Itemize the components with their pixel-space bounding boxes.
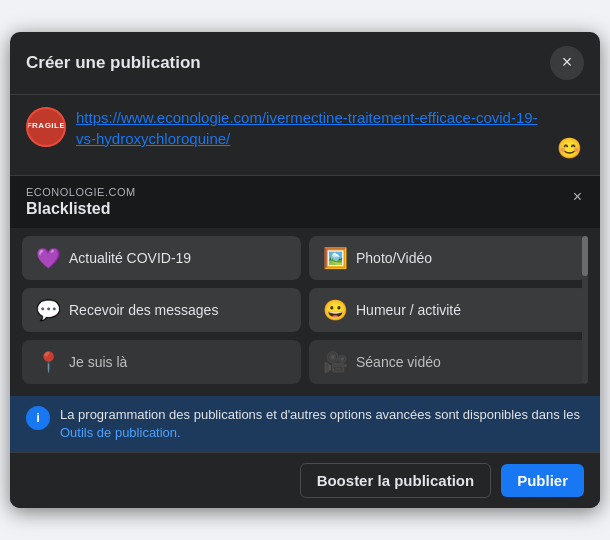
action-messages-label: Recevoir des messages bbox=[69, 302, 218, 318]
seance-icon: 🎥 bbox=[323, 350, 348, 374]
action-covid[interactable]: 💜 Actualité COVID-19 bbox=[22, 236, 301, 280]
action-messages[interactable]: 💬 Recevoir des messages bbox=[22, 288, 301, 332]
avatar: FRAGILE bbox=[26, 107, 66, 147]
actions-section: 💜 Actualité COVID-19 🖼️ Photo/Vidéo 💬 Re… bbox=[10, 228, 600, 392]
covid-icon: 💜 bbox=[36, 246, 61, 270]
close-button[interactable]: × bbox=[550, 46, 584, 80]
publish-button[interactable]: Publier bbox=[501, 464, 584, 497]
action-lieu-label: Je suis là bbox=[69, 354, 127, 370]
info-text: La programmation des publications et d'a… bbox=[60, 406, 584, 442]
preview-close-button[interactable]: × bbox=[571, 186, 584, 208]
action-seance[interactable]: 🎥 Séance vidéo bbox=[309, 340, 588, 384]
link-preview-text: ECONOLOGIE.COM Blacklisted bbox=[26, 186, 136, 218]
modal-footer: Booster la publication Publier bbox=[10, 452, 600, 508]
create-publication-modal: Créer une publication × FRAGILE https://… bbox=[10, 32, 600, 508]
action-lieu[interactable]: 📍 Je suis là bbox=[22, 340, 301, 384]
actions-scroll-container: 💜 Actualité COVID-19 🖼️ Photo/Vidéo 💬 Re… bbox=[22, 236, 588, 384]
post-area: FRAGILE https://www.econologie.com/iverm… bbox=[10, 95, 600, 175]
messages-icon: 💬 bbox=[36, 298, 61, 322]
scrollbar[interactable] bbox=[582, 236, 588, 384]
scrollbar-track bbox=[582, 236, 588, 384]
scrollbar-thumb[interactable] bbox=[582, 236, 588, 276]
modal-header: Créer une publication × bbox=[10, 32, 600, 95]
link-preview-domain: ECONOLOGIE.COM bbox=[26, 186, 136, 198]
action-photo-label: Photo/Vidéo bbox=[356, 250, 432, 266]
humeur-icon: 😀 bbox=[323, 298, 348, 322]
post-url[interactable]: https://www.econologie.com/ivermectine-t… bbox=[76, 107, 544, 149]
photo-icon: 🖼️ bbox=[323, 246, 348, 270]
actions-grid: 💜 Actualité COVID-19 🖼️ Photo/Vidéo 💬 Re… bbox=[22, 236, 588, 384]
info-bar: i La programmation des publications et d… bbox=[10, 396, 600, 452]
boost-button[interactable]: Booster la publication bbox=[300, 463, 492, 498]
action-humeur-label: Humeur / activité bbox=[356, 302, 461, 318]
link-preview: ECONOLOGIE.COM Blacklisted × bbox=[10, 175, 600, 228]
action-covid-label: Actualité COVID-19 bbox=[69, 250, 191, 266]
modal-title: Créer une publication bbox=[26, 53, 201, 73]
emoji-button[interactable]: 😊 bbox=[554, 133, 584, 163]
action-humeur[interactable]: 😀 Humeur / activité bbox=[309, 288, 588, 332]
lieu-icon: 📍 bbox=[36, 350, 61, 374]
publication-tools-link[interactable]: Outils de publication. bbox=[60, 425, 181, 440]
action-seance-label: Séance vidéo bbox=[356, 354, 441, 370]
avatar-border bbox=[26, 107, 66, 147]
link-preview-title: Blacklisted bbox=[26, 200, 136, 218]
action-photo[interactable]: 🖼️ Photo/Vidéo bbox=[309, 236, 588, 280]
info-icon: i bbox=[26, 406, 50, 430]
info-text-before: La programmation des publications et d'a… bbox=[60, 407, 580, 422]
